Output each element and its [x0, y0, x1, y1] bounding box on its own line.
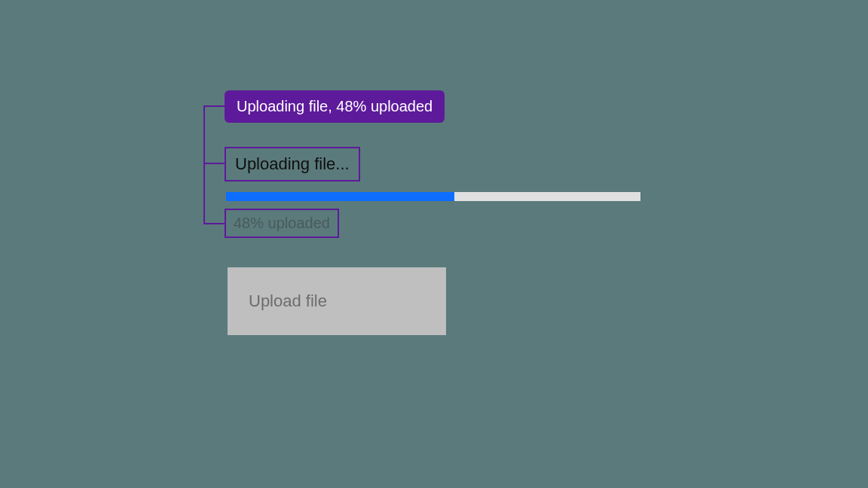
aria-announcement: Uploading file, 48% uploaded: [225, 90, 445, 123]
connector-to-label: [203, 163, 225, 164]
progress-bar: [226, 192, 640, 201]
upload-progress-diagram: Uploading file, 48% uploaded Uploading f…: [0, 0, 868, 488]
connector-vertical: [203, 105, 205, 224]
upload-file-button[interactable]: Upload file: [228, 267, 446, 335]
progress-label: Uploading file...: [225, 147, 360, 181]
progress-percent: 48% uploaded: [225, 209, 339, 238]
connector-to-percent: [203, 223, 225, 224]
connector-to-announcement: [203, 105, 225, 107]
progress-bar-fill: [226, 192, 454, 201]
